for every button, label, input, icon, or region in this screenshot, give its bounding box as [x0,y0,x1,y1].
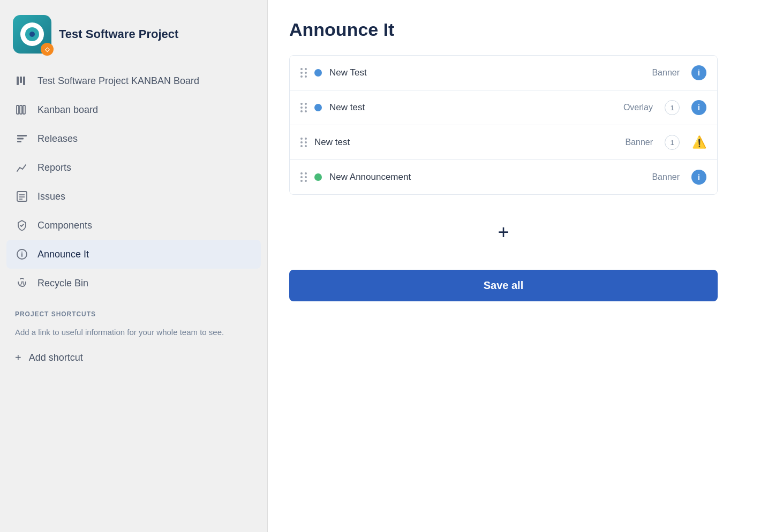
reports-icon [15,161,29,174]
announcement-name: New Test [329,67,644,78]
sidebar-header: ◇ Test Software Project [0,11,267,66]
drag-handle[interactable] [300,68,307,78]
sidebar-item-announce-it[interactable]: Announce It [6,240,261,269]
components-icon [15,218,29,232]
sidebar-item-kanban-board[interactable]: Kanban board [6,95,261,124]
sidebar-item-releases[interactable]: Releases [6,124,261,153]
drag-dot [300,180,303,182]
warning-icon: ⚠️ [691,135,706,150]
add-shortcut-plus-icon: + [15,352,21,364]
drag-dot [305,180,307,182]
count-badge: 1 [665,135,680,150]
drag-handle[interactable] [300,103,307,112]
kanban-board-icon [15,103,29,117]
drag-dot [305,75,307,78]
drag-dot [300,172,303,174]
issues-icon [15,189,29,203]
drag-dot [305,110,307,112]
svg-rect-0 [17,77,19,85]
logo-eye [25,27,39,41]
logo-inner [20,22,44,46]
drag-dots [300,103,307,112]
project-title: Test Software Project [59,27,178,41]
announcement-type: Banner [652,172,680,182]
add-shortcut-button[interactable]: + Add shortcut [0,347,267,368]
announcement-type: Overlay [623,103,653,112]
sidebar-item-recycle-bin[interactable]: Recycle Bin [6,269,261,298]
announcements-table: New Test Banner i New test Overlay 1 i [289,55,718,195]
drag-dot [300,141,303,143]
svg-rect-6 [17,135,27,136]
announcement-name: New test [329,102,616,113]
save-all-button[interactable]: Save all [289,270,718,301]
drag-dot [300,75,303,78]
announcement-name: New Announcement [329,172,644,183]
svg-rect-5 [23,105,25,114]
info-button[interactable]: i [691,170,706,185]
drag-dot [305,107,307,109]
status-indicator [314,104,322,111]
sidebar-item-issues[interactable]: Issues [6,182,261,211]
sidebar-item-label-announce-it: Announce It [37,249,89,260]
svg-point-15 [21,252,22,253]
project-logo: ◇ [13,15,51,54]
drag-dot [305,145,307,147]
announcement-row: New Test Banner i [290,56,717,90]
add-shortcut-label: Add shortcut [29,352,83,363]
drag-dot [305,72,307,74]
sidebar-item-label-recycle-bin: Recycle Bin [37,278,88,289]
drag-dot [305,176,307,178]
sidebar-item-reports[interactable]: Reports [6,153,261,182]
sidebar-item-components[interactable]: Components [6,211,261,240]
sidebar-nav: Test Software Project KANBAN Board Kanba… [0,66,267,298]
drag-handle[interactable] [300,138,307,147]
drag-dot [300,103,303,105]
drag-dot [300,107,303,109]
drag-dots [300,68,307,78]
announcement-row: New test Banner 1 ⚠️ [290,125,717,160]
sidebar-item-label-kanban-board-nav: Test Software Project KANBAN Board [37,75,199,87]
drag-dot [300,72,303,74]
add-announcement-button[interactable]: + [289,212,718,253]
sidebar-item-label-components: Components [37,220,92,231]
drag-dot [300,138,303,140]
svg-rect-4 [20,105,22,114]
main-content: Announce It New Test Banner i [268,0,768,532]
svg-rect-1 [20,77,22,83]
sidebar-item-label-kanban: Kanban board [37,104,98,116]
svg-rect-9 [17,192,27,201]
sidebar-item-kanban-board-nav[interactable]: Test Software Project KANBAN Board [6,66,261,95]
page-title: Announce It [289,19,747,40]
drag-dot [305,103,307,105]
announcement-row: New Announcement Banner i [290,160,717,194]
status-indicator [314,173,322,181]
logo-badge: ◇ [41,43,54,56]
announcement-type: Banner [625,138,653,147]
drag-dots [300,138,307,147]
announcement-name: New test [314,137,618,148]
info-button[interactable]: i [691,65,706,80]
drag-dot [300,68,303,70]
drag-dots [300,172,307,182]
drag-dot [305,141,307,143]
sidebar-item-label-releases: Releases [37,133,78,145]
sidebar: ◇ Test Software Project Test Software Pr… [0,0,268,532]
status-indicator [314,69,322,77]
announcement-row: New test Overlay 1 i [290,90,717,125]
sidebar-item-label-issues: Issues [37,191,65,202]
svg-rect-7 [17,138,24,140]
info-button[interactable]: i [691,100,706,115]
announcement-type: Banner [652,68,680,78]
shortcuts-section-title: PROJECT SHORTCUTS [0,298,267,322]
sidebar-item-label-reports: Reports [37,162,71,173]
drag-dot [305,172,307,174]
drag-dot [300,145,303,147]
svg-rect-3 [17,105,19,114]
drag-handle[interactable] [300,172,307,182]
svg-rect-2 [23,77,25,85]
drag-dot [300,110,303,112]
drag-dot [305,68,307,70]
svg-rect-8 [17,141,21,142]
shortcuts-description: Add a link to useful information for you… [0,322,267,347]
drag-dot [300,176,303,178]
